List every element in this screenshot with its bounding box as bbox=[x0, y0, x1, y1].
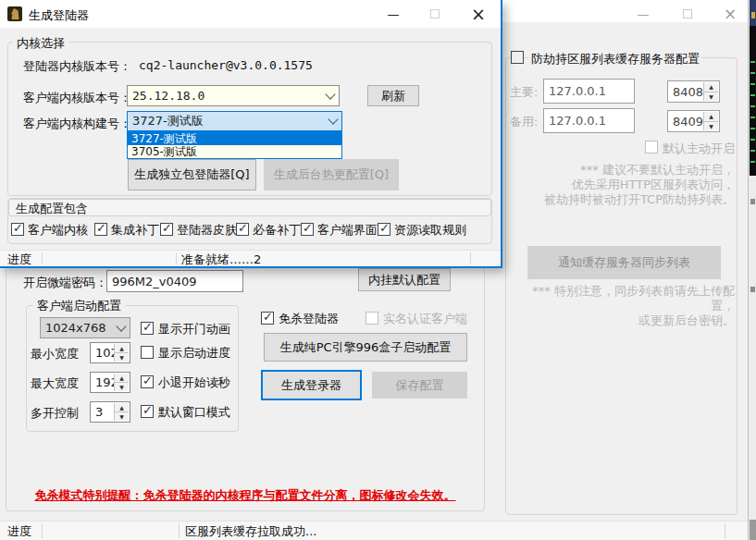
main-minimize-button[interactable]: — bbox=[627, 0, 659, 28]
dialog-maximize-button[interactable] bbox=[419, 0, 451, 28]
dialog-close-button[interactable]: × bbox=[463, 0, 494, 28]
save-config-button[interactable]: 保存配置 bbox=[372, 372, 467, 399]
pkg-patch-label: 集成补丁 bbox=[111, 222, 159, 239]
primary-port-value: 8408 bbox=[673, 85, 703, 99]
max-width-label: 最大宽度 bbox=[31, 375, 79, 392]
chevron-down-icon bbox=[325, 89, 335, 99]
backup-port-stepper[interactable]: 8409 ▲▼ bbox=[667, 110, 720, 132]
pkg-resource-checkbox[interactable] bbox=[378, 223, 390, 236]
plugin-default-config-button[interactable]: 内挂默认配置 bbox=[358, 268, 451, 291]
dialog-status-message: 准备就绪……2 bbox=[181, 252, 261, 268]
main-close-button[interactable]: × bbox=[714, 0, 746, 28]
dialog-status-bar: 进度 准备就绪……2 bbox=[0, 250, 501, 266]
pkg-required-checkbox[interactable] bbox=[236, 223, 249, 236]
client-build-dropdown: 3727-测试版 3705-测试版 bbox=[127, 131, 342, 159]
kernel-select-title: 内核选择 bbox=[13, 35, 68, 52]
dialog-titlebar[interactable]: 生成登陆器 — × bbox=[0, 0, 501, 28]
nokill-warning-text: 免杀模式特别提醒：免杀登陆器的内核程序与配置文件分离，图标修改会失效。 bbox=[9, 487, 481, 504]
launcher-version-value: cq2-launcher@v3.0.0.1575 bbox=[139, 58, 313, 72]
horse-app-icon bbox=[7, 6, 22, 21]
micro-password-input[interactable]: 996M2_v0409 bbox=[106, 270, 243, 292]
generate-standalone-button[interactable]: 生成独立包登陆器[Q] bbox=[128, 159, 256, 190]
cache-hint-text: *** 建议不要默认主动开启， 优先采用HTTP区服列表访问， 被劫持时被动打开… bbox=[510, 163, 735, 207]
min-width-label: 最小宽度 bbox=[31, 346, 79, 362]
package-group-title: 生成配置包含 bbox=[16, 201, 88, 217]
generate-hotupdate-button[interactable]: 生成后台热更配置[Q] bbox=[264, 159, 399, 190]
max-width-stepper[interactable]: 1920 ▲▼ bbox=[90, 372, 130, 393]
show-progress-label: 显示启动进度 bbox=[158, 345, 230, 362]
multi-open-arrows-icon[interactable]: ▲▼ bbox=[114, 403, 129, 421]
nokill-launcher-checkbox[interactable] bbox=[261, 312, 274, 325]
realname-auth-checkbox[interactable] bbox=[366, 312, 378, 325]
realname-auth-label: 实名认证客户端 bbox=[383, 311, 467, 327]
maximize-icon bbox=[430, 9, 440, 18]
client-build-label: 客户端内核构建号： bbox=[23, 116, 131, 132]
pkg-required-label: 必备补丁 bbox=[253, 222, 301, 239]
primary-ip-label: 主要: bbox=[510, 84, 538, 101]
auto-open-checkbox[interactable] bbox=[645, 141, 658, 153]
launcher-dialog: 生成登陆器 — × 内核选择 登陆器内核版本号： cq2-launcher@v3… bbox=[0, 0, 502, 268]
dialog-status-label: 进度 bbox=[7, 252, 31, 268]
dropdown-option[interactable]: 3705-测试版 bbox=[128, 145, 341, 158]
pkg-client-kernel-checkbox[interactable] bbox=[11, 223, 24, 236]
nokill-launcher-label: 免杀登陆器 bbox=[279, 311, 339, 327]
resolution-value: 1024x768 bbox=[45, 321, 106, 335]
package-group-header: 生成配置包含 bbox=[8, 199, 491, 216]
dialog-minimize-button[interactable]: — bbox=[378, 0, 409, 28]
primary-ip-input[interactable]: 127.0.0.1 bbox=[543, 79, 635, 104]
primary-port-arrows-icon[interactable]: ▲▼ bbox=[703, 82, 718, 101]
pkg-skin-label: 登陆器皮肤 bbox=[177, 222, 237, 239]
dialog-title: 生成登陆器 bbox=[29, 7, 89, 24]
backup-port-arrows-icon[interactable]: ▲▼ bbox=[703, 112, 718, 130]
client-version-combobox[interactable]: 25.12.18.0 bbox=[127, 85, 340, 106]
auto-open-label: 默认主动开启 bbox=[663, 141, 735, 157]
min-width-stepper[interactable]: 1024 ▲▼ bbox=[90, 342, 130, 363]
multi-open-label: 多开控制 bbox=[31, 405, 79, 422]
main-maximize-button[interactable] bbox=[672, 0, 703, 28]
client-build-combobox[interactable]: 3727-测试版 bbox=[127, 111, 342, 131]
cache-server-title: 防劫持区服列表缓存服务器配置 bbox=[528, 51, 702, 68]
pkg-ui-label: 客户端界面 bbox=[317, 222, 378, 239]
exit-countdown-checkbox[interactable] bbox=[141, 375, 154, 388]
sync-cache-button[interactable]: 通知缓存服务器同步列表 bbox=[527, 246, 721, 279]
background-console-strip bbox=[748, 0, 756, 540]
dropdown-option[interactable]: 3727-测试版 bbox=[128, 132, 341, 145]
pkg-patch-checkbox[interactable] bbox=[94, 223, 107, 236]
pkg-client-kernel-label: 客户端内核 bbox=[28, 222, 88, 239]
max-width-arrows-icon[interactable]: ▲▼ bbox=[114, 374, 129, 391]
default-window-label: 默认窗口模式 bbox=[158, 404, 230, 421]
desktop: — × 防劫持区服列表缓存服务器配置 主要: 127.0.0.1 8408 ▲▼… bbox=[0, 0, 756, 540]
show-progress-checkbox[interactable] bbox=[141, 346, 154, 359]
cache-server-checkbox[interactable] bbox=[511, 51, 524, 64]
refresh-button[interactable]: 刷新 bbox=[367, 85, 419, 106]
client-version-label: 客户端内核版本号： bbox=[23, 90, 131, 106]
primary-port-stepper[interactable]: 8408 ▲▼ bbox=[667, 80, 720, 103]
chevron-down-icon bbox=[116, 321, 126, 331]
main-titlebar bbox=[502, 0, 750, 22]
exit-countdown-label: 小退开始读秒 bbox=[158, 374, 230, 391]
main-status-message: 区服列表缓存拉取成功... bbox=[185, 523, 316, 540]
open-anim-label: 显示开门动画 bbox=[158, 321, 230, 338]
pkg-skin-checkbox[interactable] bbox=[160, 223, 173, 236]
default-window-checkbox[interactable] bbox=[141, 405, 154, 418]
launcher-version-label: 登陆器内核版本号： bbox=[23, 58, 131, 75]
sync-note-text: *** 特别注意，同步列表前请先上传配置， 或更新后台密钥。 bbox=[510, 284, 735, 328]
pkg-resource-label: 资源读取规则 bbox=[394, 222, 466, 239]
multi-open-stepper[interactable]: 3 ▲▼ bbox=[90, 401, 130, 423]
box-config-button[interactable]: 生成纯PC引擎996盒子启动配置 bbox=[264, 333, 467, 362]
resolution-combobox[interactable]: 1024x768 bbox=[40, 317, 130, 338]
startup-config-title: 客户端启动配置 bbox=[33, 298, 125, 314]
generate-launcher-button[interactable]: 生成登录器 bbox=[261, 370, 362, 400]
main-status-bar: 进度 区服列表缓存拉取成功... bbox=[0, 521, 750, 540]
micro-password-label: 开启微端密码： bbox=[23, 275, 107, 291]
client-build-value: 3727-测试版 bbox=[132, 113, 204, 129]
min-width-arrows-icon[interactable]: ▲▼ bbox=[114, 344, 129, 362]
maximize-icon bbox=[683, 9, 692, 18]
pkg-ui-checkbox[interactable] bbox=[301, 223, 314, 236]
multi-open-value: 3 bbox=[95, 405, 103, 419]
client-version-value: 25.12.18.0 bbox=[132, 89, 204, 103]
backup-ip-input[interactable]: 127.0.0.1 bbox=[543, 108, 635, 133]
open-anim-checkbox[interactable] bbox=[141, 322, 154, 335]
main-status-label: 进度 bbox=[7, 523, 31, 540]
chevron-down-icon bbox=[328, 114, 338, 124]
